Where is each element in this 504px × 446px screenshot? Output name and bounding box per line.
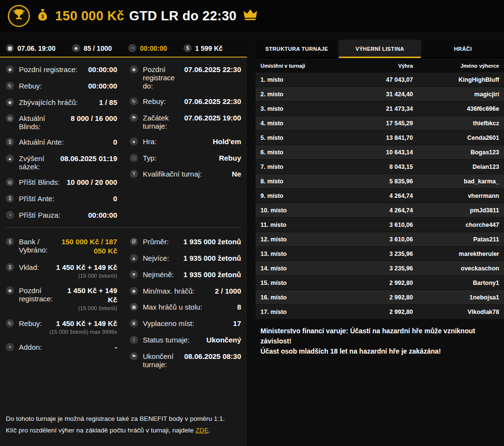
page-title: 150 000 Kč GTD LR do 22:30 — [55, 9, 237, 24]
info-row: ▲ Zvýšení sázek: 08.06.2025 01:19 — [6, 154, 117, 171]
info-value: 17 — [233, 319, 241, 328]
winner-name-cell: 436f6c696e — [413, 105, 499, 112]
info-row: ◎ Aktuální Blinds: 8 000 / 16 000 — [6, 114, 117, 131]
Cenda2601: 5. místo 13 841,70 Cenda2601 — [256, 131, 504, 145]
crown-icon — [244, 9, 257, 23]
tournament-details-grid: $ Bank / Vybráno: 150 000 Kč / 187 050 K… — [0, 230, 247, 374]
info-value: 0 — [113, 138, 117, 147]
info-row: ▣ Max hráčů u stolu: 8 — [130, 303, 241, 312]
info-label: Průměr: — [143, 238, 180, 246]
Vlkodlak78: 17. místo 2 992,80 Vlkodlak78 — [256, 305, 504, 319]
info-label: Příští Blinds: — [19, 178, 63, 186]
prize-cell: 4 264,74 — [347, 193, 413, 199]
winner-name-cell: thiefbkcz — [413, 120, 499, 127]
info-subvalue: (15 000 žetonů) — [78, 272, 117, 280]
money-icon: $ — [183, 44, 192, 52]
title-text: GTD LR do 22:30 — [129, 9, 237, 24]
prize-cell: 2 992,80 — [347, 294, 413, 301]
tournament-timer: ◔ 00:00:00 — [128, 44, 167, 52]
info-row: ☻ Pozdní registrace: 00:00:00 — [6, 65, 117, 74]
prize-cell: 10 643,14 — [347, 149, 413, 156]
bad_karma_: 8. místo 5 835,96 bad_karma_ — [256, 174, 504, 189]
info-label: Max hráčů u stolu: — [143, 303, 234, 311]
winner-name-cell: KingHighBluff — [413, 76, 499, 83]
info-row: ↻ Rebuy: 07.06.2025 22:30 — [130, 97, 241, 106]
info-label: Min/max. hráčů: — [143, 287, 212, 295]
info-row: ↻ Rebuy: 00:00:00 — [6, 82, 117, 91]
app-logo[interactable] — [8, 5, 30, 27]
info-value: 8 — [237, 303, 241, 312]
place-cell: 12. místo — [260, 236, 347, 243]
info-label: Hra: — [143, 137, 209, 146]
info-label: Zvýšení sázek: — [19, 154, 57, 171]
tab-struktura-turnaje[interactable]: STRUKTURA TURNAJE — [256, 40, 339, 58]
tab-vyherni-listina[interactable]: VÝHERNÍ LISTINA — [339, 40, 422, 58]
tab-bar: STRUKTURA TURNAJE VÝHERNÍ LISTINA HRÁČI — [256, 40, 504, 58]
game-icon: ♠ — [130, 137, 138, 146]
zde-link[interactable]: ZDE — [196, 427, 209, 434]
Patas211: 12. místo 3 610,06 Patas211 — [256, 232, 504, 247]
info-label: Rebuy: — [143, 97, 181, 105]
players-icon: ☻ — [130, 287, 138, 295]
average-icon: Ø — [130, 238, 138, 246]
info-value: Hold'em — [213, 137, 241, 147]
chorche447: 11. místo 3 610,06 chorche447 — [256, 218, 504, 232]
oveckaschon: 14. místo 3 235,96 oveckaschon — [256, 261, 504, 276]
winner-name-cell: 1nebojsa1 — [413, 294, 499, 301]
info-row: $ Bank / Vybráno: 150 000 Kč / 187 050 K… — [6, 238, 117, 256]
deposit-icon: $ — [6, 263, 14, 271]
paid-icon: ♛ — [130, 319, 138, 327]
info-row: i Status turnaje: Ukončený — [130, 336, 241, 345]
info-label: Nejméně: — [143, 270, 180, 279]
pause-icon: ◔ — [6, 211, 14, 219]
info-row: ▲ Nejvíce: 1 935 000 žetonů — [130, 254, 241, 263]
prize-cell: 31 424,40 — [347, 91, 413, 98]
tab-label: HRÁČI — [454, 46, 472, 52]
place-cell: 5. místo — [260, 134, 347, 141]
stat-value: 07.06. 19:00 — [17, 45, 56, 52]
winner-name-cell: Cenda2601 — [413, 134, 499, 141]
info-row: ☻ Pozdní registrace: 1 450 Kč + 149 Kč (… — [6, 286, 117, 312]
info-row: ☻ Pozdní registrace do: 07.06.2025 22:30 — [130, 65, 241, 90]
status-icon: i — [130, 336, 138, 344]
info-label: Zbývajících hráčů: — [19, 98, 95, 106]
info-label: Začátek turnaje: — [143, 114, 181, 130]
info-value: 08.06.2025 08:30 — [184, 352, 241, 361]
stat-value: 85 / 1000 — [84, 45, 112, 52]
info-subvalue: (15 000 žetonů) — [78, 305, 117, 312]
winner-name-cell: marektheruler — [413, 251, 499, 257]
info-label: Pozdní registrace do: — [143, 65, 181, 90]
details-column-right: Ø Průměr: 1 935 000 žetonů ▲ Nejvíce: 1 … — [130, 238, 241, 368]
warning-line-1: Ministerstvo financí varuje: Účastí na h… — [260, 326, 499, 346]
blinds-icon: ◎ — [6, 178, 14, 186]
winner-name-cell: Bogas123 — [413, 149, 499, 156]
tab-hraci[interactable]: HRÁČI — [422, 40, 504, 58]
place-cell: 9. místo — [260, 193, 347, 199]
person-icon: ☻ — [6, 65, 14, 74]
info-value: 1 935 000 žetonů — [183, 270, 241, 280]
qualif-icon: Y — [130, 170, 138, 178]
person-icon: ☻ — [130, 65, 138, 74]
info-label: Bank / Vybráno: — [19, 238, 47, 254]
place-cell: 15. místo — [260, 280, 347, 286]
Bartony1: 15. místo 2 992,80 Bartony1 — [256, 276, 504, 290]
info-row: ♠ Hra: Hold'em — [130, 137, 241, 147]
winner-name-cell: Vlkodlak78 — [413, 309, 499, 315]
info-subvalue: (15 000 žetonů) max 9999x — [49, 328, 117, 336]
place-cell: 3. místo — [260, 105, 347, 112]
info-row: ◎ Příští Blinds: 10 000 / 20 000 — [6, 178, 117, 187]
flag-icon: ⚑ — [130, 114, 138, 122]
tournament-status-grid: ☻ Pozdní registrace: 00:00:00 ↻ Rebuy: 0… — [0, 58, 247, 225]
prize-table-header: Umístění v turnaji Výhra Jméno výherce — [256, 58, 504, 73]
header-prize: Výhra — [347, 63, 413, 69]
place-cell: 13. místo — [260, 251, 347, 257]
info-value: 1 450 Kč + 149 Kč — [56, 263, 117, 272]
436f6c696e: 3. místo 21 473,34 436f6c696e — [256, 102, 504, 116]
prize-table: 1. místo 47 043,07 KingHighBluff 2. míst… — [256, 73, 504, 319]
info-value: 2 / 1000 — [215, 287, 241, 296]
info-row: ☻ Min/max. hráčů: 2 / 1000 — [130, 287, 241, 296]
ante-icon: $ — [6, 138, 14, 146]
info-value: 1 935 000 žetonů — [183, 254, 241, 263]
type-icon: ∷ — [130, 154, 138, 162]
players-icon: ☻ — [6, 98, 14, 106]
